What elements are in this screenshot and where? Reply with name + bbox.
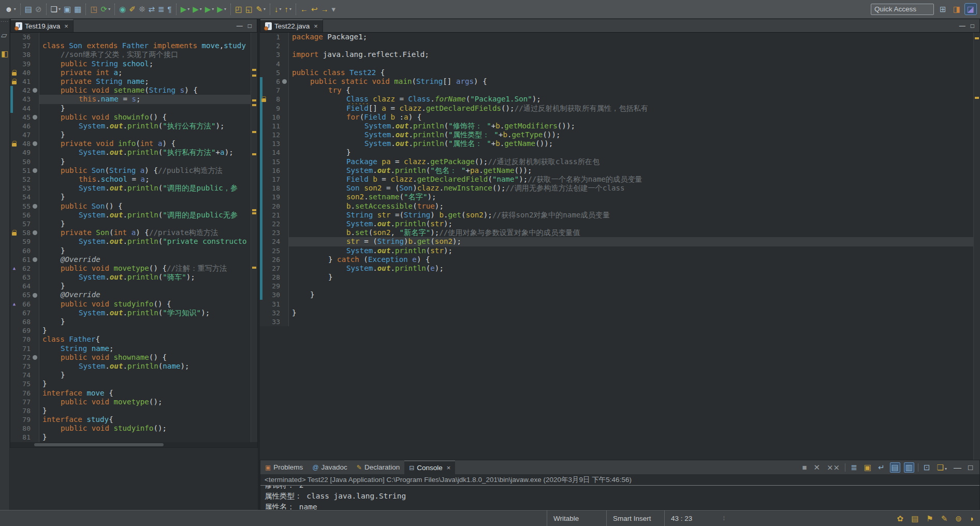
code-line[interactable]: 46System.out.println("执行公有方法"); bbox=[10, 122, 251, 130]
gutter-annotation-column[interactable] bbox=[10, 415, 18, 424]
gutter-annotation-column[interactable] bbox=[10, 433, 18, 442]
code-line[interactable]: 19son2.setname("名字"); bbox=[260, 193, 973, 201]
disabled-action-icon[interactable]: ⊘ bbox=[34, 3, 43, 16]
fold-margin[interactable] bbox=[282, 255, 289, 264]
gutter-annotation-column[interactable] bbox=[260, 60, 268, 68]
fold-margin[interactable] bbox=[33, 282, 39, 290]
line-number[interactable]: 72 bbox=[18, 353, 33, 362]
fold-margin[interactable] bbox=[282, 264, 289, 273]
gutter-annotation-column[interactable] bbox=[260, 193, 268, 201]
line-number[interactable]: 53 bbox=[18, 184, 33, 193]
open-perspective-icon[interactable]: ⊞ bbox=[937, 3, 949, 15]
prev-annotation-icon[interactable]: ↑▾ bbox=[283, 3, 293, 16]
occurrence-marker[interactable] bbox=[252, 99, 256, 101]
minimize-console-icon[interactable]: — bbox=[952, 462, 963, 473]
code-line[interactable]: 2 bbox=[260, 41, 973, 50]
code-line[interactable]: 41private String name; bbox=[10, 77, 251, 86]
code-line[interactable]: 68} bbox=[10, 317, 251, 326]
code-line[interactable]: 40private int a; bbox=[10, 68, 251, 77]
tab-console[interactable]: ⊟Console× bbox=[404, 460, 455, 474]
gutter-annotation-column[interactable] bbox=[10, 202, 18, 211]
gutter-annotation-column[interactable] bbox=[10, 104, 18, 113]
code-line[interactable]: 50} bbox=[10, 157, 251, 166]
fold-margin[interactable] bbox=[33, 389, 39, 398]
gutter-annotation-column[interactable] bbox=[10, 237, 18, 246]
code-line[interactable]: 31 bbox=[260, 300, 973, 309]
line-number[interactable]: 9 bbox=[268, 104, 282, 113]
gutter-annotation-column[interactable] bbox=[10, 282, 18, 290]
code-line[interactable]: 33 bbox=[260, 317, 973, 326]
fold-margin[interactable] bbox=[33, 113, 39, 122]
gutter-annotation-column[interactable] bbox=[260, 220, 268, 228]
code-line[interactable]: 17Field b = clazz.getDeclaredField("name… bbox=[260, 175, 973, 184]
fold-margin[interactable] bbox=[282, 86, 289, 95]
code-line[interactable]: 37class Son extends Father implements mo… bbox=[10, 41, 251, 50]
show-on-stdout-icon[interactable]: ▥ bbox=[904, 462, 914, 473]
fold-margin[interactable] bbox=[33, 362, 39, 371]
line-number[interactable]: 63 bbox=[18, 273, 33, 282]
code-line[interactable]: 29 bbox=[260, 282, 973, 290]
code-line[interactable]: 20b.setAccessible(true); bbox=[260, 202, 973, 211]
flag-icon[interactable]: ⚑ bbox=[925, 512, 934, 525]
fold-margin[interactable] bbox=[33, 175, 39, 184]
gutter-annotation-column[interactable] bbox=[260, 95, 268, 104]
line-number[interactable]: 48 bbox=[18, 139, 33, 148]
fold-margin[interactable] bbox=[33, 130, 39, 139]
gutter-annotation-column[interactable] bbox=[260, 122, 268, 130]
run-last-icon[interactable]: ▶▾ bbox=[179, 3, 192, 16]
code-line[interactable]: 43this.name = s; bbox=[10, 95, 251, 104]
fold-margin[interactable] bbox=[282, 157, 289, 166]
line-number[interactable]: 66 bbox=[18, 300, 33, 309]
line-number[interactable]: 55 bbox=[18, 202, 33, 211]
gutter-annotation-column[interactable] bbox=[10, 335, 18, 344]
forward-dropdown-icon[interactable]: ▾ bbox=[330, 3, 338, 16]
line-number[interactable]: 30 bbox=[268, 290, 282, 299]
fold-margin[interactable] bbox=[33, 246, 39, 255]
quick-access-input[interactable]: Quick Access bbox=[871, 4, 934, 15]
line-number[interactable]: 62 bbox=[18, 264, 33, 273]
next-annotation-icon[interactable]: ↓▾ bbox=[273, 3, 283, 16]
gutter-annotation-column[interactable] bbox=[260, 255, 268, 264]
gutter-annotation-column[interactable] bbox=[10, 50, 18, 59]
fold-margin[interactable] bbox=[282, 166, 289, 175]
editor-tab-test22[interactable]: J Test22.java × bbox=[260, 19, 323, 32]
line-number[interactable]: 19 bbox=[268, 193, 282, 201]
collapse-icon[interactable] bbox=[33, 204, 37, 209]
fold-margin[interactable] bbox=[33, 33, 39, 41]
gutter-annotation-column[interactable] bbox=[260, 148, 268, 157]
palette-icon[interactable]: ✿ bbox=[896, 512, 905, 525]
code-line[interactable]: ▲62public void movetype() {//注解：重写方法 bbox=[10, 264, 251, 273]
line-number[interactable]: 13 bbox=[268, 139, 282, 148]
line-number[interactable]: 16 bbox=[268, 166, 282, 175]
line-number[interactable]: 64 bbox=[18, 282, 33, 290]
line-number[interactable]: 41 bbox=[18, 77, 33, 86]
maximize-pane-icon[interactable]: □ bbox=[971, 22, 974, 30]
code-line[interactable]: 30} bbox=[260, 290, 973, 299]
gutter-annotation-column[interactable] bbox=[260, 77, 268, 86]
line-number[interactable]: 21 bbox=[268, 211, 282, 220]
line-number[interactable]: 56 bbox=[18, 211, 33, 220]
gutter-annotation-column[interactable] bbox=[260, 202, 268, 211]
gutter-annotation-column[interactable] bbox=[10, 77, 18, 86]
back-icon[interactable]: ← bbox=[299, 3, 310, 16]
code-line[interactable]: 57} bbox=[10, 220, 251, 228]
line-number[interactable]: 68 bbox=[18, 317, 33, 326]
fold-margin[interactable] bbox=[33, 237, 39, 246]
gutter-annotation-column[interactable] bbox=[10, 273, 18, 282]
line-number[interactable]: 22 bbox=[268, 220, 282, 228]
code-line[interactable]: 32} bbox=[260, 309, 973, 317]
gutter-annotation-column[interactable] bbox=[260, 113, 268, 122]
gutter-annotation-column[interactable] bbox=[10, 95, 18, 104]
fold-margin[interactable] bbox=[33, 166, 39, 175]
collapse-icon[interactable] bbox=[33, 115, 37, 120]
line-number[interactable]: 45 bbox=[18, 113, 33, 122]
line-number[interactable]: 73 bbox=[18, 362, 33, 371]
occurrence-marker[interactable] bbox=[252, 212, 256, 214]
collapse-icon[interactable] bbox=[33, 230, 37, 235]
gutter-annotation-column[interactable] bbox=[260, 104, 268, 113]
line-number[interactable]: 43 bbox=[18, 95, 33, 104]
compare-icon[interactable]: ⇄ bbox=[147, 3, 156, 16]
fold-margin[interactable] bbox=[282, 148, 289, 157]
code-line[interactable]: 65@Override bbox=[10, 290, 251, 299]
code-line[interactable]: 42public void setname(String s) { bbox=[10, 86, 251, 95]
